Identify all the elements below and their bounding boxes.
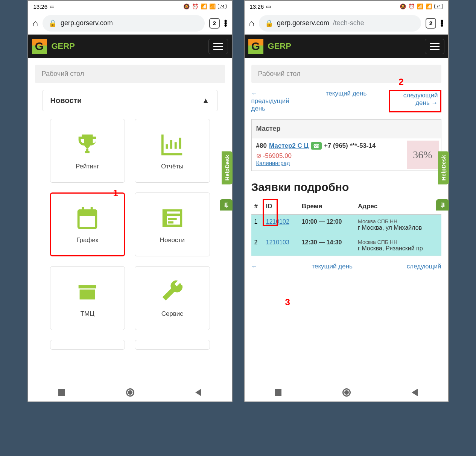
home-button[interactable] — [342, 388, 351, 397]
tile-partial[interactable] — [135, 340, 210, 350]
table-row[interactable]: 2 1210103 12:30 — 14:30 Москва СПБ НН г … — [251, 235, 441, 256]
prev-day-link-bottom[interactable]: ← — [251, 263, 258, 270]
back-button[interactable] — [412, 389, 418, 396]
recent-apps-button[interactable] — [58, 389, 65, 396]
chevron-up-icon: ▲ — [202, 96, 210, 105]
col-addr: Адрес — [355, 199, 441, 214]
next-day-link[interactable]: следующий день → — [403, 92, 438, 106]
alarm-icon: ⏰ — [408, 3, 415, 9]
logo-icon[interactable]: G — [32, 39, 47, 54]
tile-label: Сервис — [161, 310, 183, 318]
tile-label: Новости — [160, 236, 185, 244]
row-addr2: г Москва, ул Михайлов — [358, 224, 438, 231]
menu-icon[interactable]: ••• — [224, 20, 227, 27]
request-id-link[interactable]: 1210103 — [266, 239, 289, 245]
current-day-link-bottom[interactable]: текущий день — [312, 263, 353, 270]
row-num: 2 — [251, 235, 263, 256]
tile-rating[interactable]: Рейтинг — [50, 119, 125, 183]
helpdesk-label: HelpDesk — [440, 155, 447, 180]
master-number: #80 — [256, 142, 267, 150]
alarm-icon: ⏰ — [192, 3, 198, 9]
col-time: Время — [299, 199, 355, 214]
notification-icon: ▭ — [50, 3, 55, 9]
table-row[interactable]: 1 1210102 10:00 — 12:00 Москва СПБ НН г … — [251, 214, 441, 235]
status-time: 13:26 — [33, 3, 48, 10]
balance-value: -56905.00 — [263, 152, 292, 160]
trophy-icon — [74, 131, 100, 158]
menu-icon[interactable]: ••• — [441, 20, 444, 27]
box-icon — [74, 279, 100, 305]
requests-title: Заявки подробно — [251, 181, 441, 194]
workspace-label[interactable]: Рабочий стол — [251, 65, 441, 83]
master-phone: +7 (965) ***-53-14 — [324, 142, 376, 150]
tile-partial[interactable] — [50, 340, 125, 350]
hamburger-menu[interactable] — [208, 39, 228, 54]
calendar-icon — [74, 205, 100, 231]
row-addr2: г Москва, Рязанский пр — [358, 245, 438, 252]
tile-stock[interactable]: ТМЦ — [50, 266, 125, 330]
tab-count[interactable]: 2 — [209, 18, 220, 29]
master-header: Мастер — [252, 120, 441, 138]
tile-service[interactable]: Сервис — [135, 266, 210, 330]
prev-day-link[interactable]: ← предыдущий день — [251, 90, 289, 112]
url-bar[interactable]: 🔒 gerp.gorserv.com — [43, 15, 205, 32]
android-nav-bar — [245, 383, 448, 401]
master-city-link[interactable]: Калининград — [256, 160, 290, 166]
url-bar[interactable]: 🔒 gerp.gorserv.com/tech-sche — [259, 15, 421, 32]
tile-label: График — [76, 236, 98, 244]
workspace-label[interactable]: Рабочий стол — [35, 65, 225, 83]
tab-count[interactable]: 2 — [426, 18, 436, 29]
tile-label: Отчёты — [161, 163, 183, 170]
percent-badge: 36% — [407, 141, 439, 169]
current-day-link[interactable]: текущий день — [326, 90, 367, 97]
android-nav-bar — [28, 383, 232, 401]
arrow-left-icon: ← — [251, 90, 258, 97]
recent-apps-button[interactable] — [275, 389, 281, 396]
browser-toolbar: ⌂ 🔒 gerp.gorserv.com 2 ••• — [28, 12, 232, 35]
signal-icon: 📶 — [417, 3, 423, 9]
app-header: G GERP — [245, 35, 448, 58]
row-time: 10:00 — 12:00 — [299, 214, 355, 235]
chart-icon — [159, 131, 186, 158]
id-highlight-box — [263, 199, 278, 226]
next-day-link-bottom[interactable]: следующий — [407, 263, 441, 270]
battery-indicator: 74 — [434, 4, 443, 9]
prev-day-label: предыдущий день — [251, 97, 289, 112]
home-button[interactable] — [126, 388, 134, 397]
lock-icon: 🔒 — [265, 19, 273, 27]
phone-icon[interactable]: ☎ — [311, 142, 322, 150]
logo-text[interactable]: GERP — [268, 41, 291, 51]
arrow-left-icon: ← — [251, 263, 258, 270]
notification-icon: ▭ — [266, 3, 271, 9]
tile-label: ТМЦ — [81, 310, 94, 318]
tile-schedule[interactable]: График — [50, 192, 125, 256]
mute-icon: 🔕 — [183, 3, 190, 9]
home-icon[interactable]: ⌂ — [33, 18, 38, 29]
home-icon[interactable]: ⌂ — [249, 18, 255, 29]
newspaper-icon — [159, 205, 186, 231]
signal-icon-2: 📶 — [426, 3, 432, 9]
tile-news[interactable]: Новости — [135, 192, 210, 256]
back-button[interactable] — [195, 389, 201, 396]
helpdesk-tab[interactable]: HelpDesk — [438, 151, 449, 184]
helpdesk-trash-icon[interactable]: 🗑 — [220, 199, 233, 211]
row-num: 1 — [251, 214, 263, 235]
master-name-link[interactable]: Мастер2 С Ц — [269, 142, 309, 150]
day-navigation-bottom: ← текущий день следующий — [251, 263, 441, 270]
news-accordion-header[interactable]: Новости ▲ — [43, 90, 217, 111]
logo-text[interactable]: GERP — [52, 41, 75, 51]
wrench-icon — [159, 279, 186, 305]
master-panel: Мастер #80 Мастер2 С Ц ☎ +7 (965) ***-53… — [251, 119, 441, 171]
col-num: # — [251, 199, 263, 214]
hamburger-menu[interactable] — [425, 39, 444, 54]
battery-indicator: 74 — [218, 4, 226, 9]
row-time: 12:30 — 14:30 — [299, 235, 355, 256]
logo-icon[interactable]: G — [248, 39, 263, 54]
helpdesk-trash-icon[interactable]: 🗑 — [436, 199, 449, 211]
status-bar: 13:26 ▭ 🔕 ⏰ 📶 📶 74 — [28, 1, 232, 12]
url-path: /tech-sche — [333, 19, 364, 27]
helpdesk-tab[interactable]: HelpDesk — [222, 151, 233, 184]
tile-reports[interactable]: Отчёты — [135, 119, 210, 183]
lock-icon: 🔒 — [49, 19, 57, 27]
status-time: 13:26 — [250, 3, 264, 10]
